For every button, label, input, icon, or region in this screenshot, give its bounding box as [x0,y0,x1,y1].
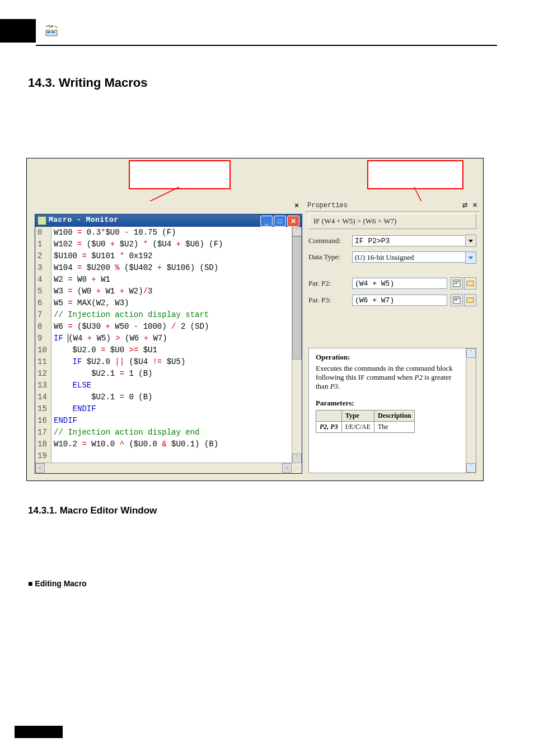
pane-close-icon[interactable]: × [293,202,301,209]
help-panel: Operation: Executes the commands in the … [308,348,476,473]
table-row: P2, P3 I/E/C/AE The [316,422,415,433]
scroll-thumb[interactable] [292,236,302,360]
section-heading: 14.3. Writing Macros [28,76,148,90]
callout-right [367,160,463,189]
command-dropdown-icon[interactable] [466,235,476,247]
svg-rect-18 [456,300,457,301]
command-input[interactable]: IF P2>P3 [352,235,466,246]
svg-rect-16 [458,298,459,299]
scroll-down-icon[interactable]: ˇ [466,463,476,473]
par-p3-input[interactable]: (W6 + W7) [352,295,447,306]
chevron-down-icon[interactable] [465,251,476,264]
maximize-button[interactable]: □ [274,216,286,227]
operation-text: Executes the commands in the command blo… [316,364,465,391]
svg-rect-10 [455,283,456,284]
editor-hscrollbar[interactable]: < > ⋰ [35,463,302,473]
parameters-label: Parameters: [316,399,465,408]
svg-rect-11 [456,283,457,284]
subsection-heading: 14.3.1. Macro Editor Window [28,505,157,516]
editor-window: Macro - Monitor ‗ □ ✕ 012345678910111213… [35,214,302,474]
help-vscrollbar[interactable]: ˆ ˇ [466,348,476,473]
par-p3-label: Par. P3: [308,296,352,305]
p2-keypad-icon[interactable] [451,277,463,290]
code-area[interactable]: W100 = 0.3*$U0 - 10.75 (F)W102 = ($U0 + … [51,227,302,463]
header-black-block [0,19,36,43]
properties-titlebar: Properties ⇄ ✕ [305,201,480,212]
header-rule [36,45,497,46]
par-p2-label: Par. P2: [308,279,352,288]
svg-rect-17 [455,300,456,301]
line-gutter: 012345678910111213141516171819 [35,227,51,463]
selected-command-summary: IF (W4 + W5) > (W6 + W7) [308,213,476,229]
scroll-right-icon[interactable]: > [282,463,292,473]
properties-title: Properties [307,202,348,209]
datatype-value: (U) 16-bit Unsigned [355,253,414,262]
scroll-up-icon[interactable]: ˆ [466,348,476,358]
properties-pane: Properties ⇄ ✕ IF (W4 + W5) > (W6 + W7) … [305,201,480,477]
close-button[interactable]: ✕ [287,216,299,227]
p3-keypad-icon[interactable] [451,294,463,306]
svg-rect-1 [47,31,50,33]
p2-tag-icon[interactable] [464,277,476,290]
svg-rect-12 [467,281,474,286]
editor-title: Macro - Monitor [49,216,119,224]
scroll-up-icon[interactable]: ˆ [292,227,302,236]
datatype-label: Data Type: [308,253,352,262]
svg-rect-8 [456,281,457,282]
app-icon [45,25,58,37]
scroll-down-icon[interactable]: ˇ [292,454,302,463]
resize-grip-icon[interactable]: ⋰ [294,466,301,473]
callout-left [129,160,231,189]
editor-titlebar: Macro - Monitor ‗ □ ✕ [35,214,302,227]
svg-rect-14 [455,298,456,299]
p3-tag-icon[interactable] [464,294,476,306]
pin-icon[interactable]: ⇄ [461,201,469,209]
doc-icon [38,216,46,225]
scroll-left-icon[interactable]: < [35,463,45,473]
subsubsection-heading: ■ Editing Macro [28,579,87,588]
datatype-select[interactable]: (U) 16-bit Unsigned [352,251,476,263]
svg-rect-15 [456,298,457,299]
footer-black-block [15,726,63,738]
macro-editor-pane: × Macro - Monitor ‗ □ ✕ 0123456789101112… [30,201,304,477]
close-icon[interactable]: ✕ [471,201,479,209]
svg-rect-2 [51,31,55,33]
operation-label: Operation: [316,353,465,362]
svg-point-3 [51,25,53,27]
par-p2-input[interactable]: (W4 + W5) [352,278,447,289]
editor-vscrollbar[interactable]: ˆ ˇ [292,227,302,463]
figure-macro-editor: × Macro - Monitor ‗ □ ✕ 0123456789101112… [26,158,484,481]
svg-rect-7 [455,281,456,282]
command-label: Command: [308,236,352,245]
svg-rect-19 [467,298,474,302]
minimize-button[interactable]: ‗ [260,216,273,227]
parameters-table: TypeDescription P2, P3 I/E/C/AE The [316,410,415,433]
svg-rect-9 [458,281,459,282]
